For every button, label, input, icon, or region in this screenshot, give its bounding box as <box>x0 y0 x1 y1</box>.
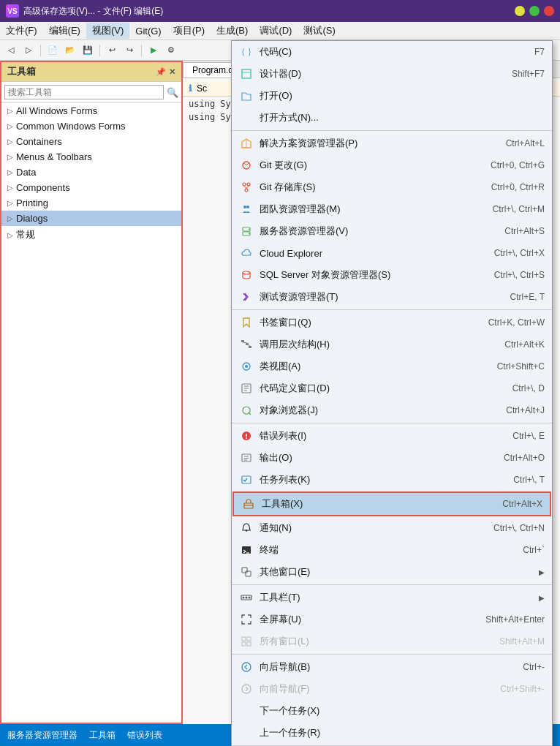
separator-3 <box>232 423 552 423</box>
menu-item-obj-browser[interactable]: 对象浏览器(J) Ctrl+Alt+J <box>232 399 552 421</box>
menu-item-test-shortcut: Ctrl+E, T <box>510 292 545 302</box>
svg-rect-15 <box>241 340 244 342</box>
menu-item-team-explorer[interactable]: 团队资源管理器(M) Ctrl+\, Ctrl+M <box>232 198 552 220</box>
menu-item-code-definition[interactable]: 代码定义窗口(D) Ctrl+\, D <box>232 377 552 399</box>
menu-item-other-windows[interactable]: 其他窗口(E) ▶ <box>232 561 552 583</box>
menu-item-git-changes[interactable]: Git 更改(G) Ctrl+0, Ctrl+G <box>232 154 552 176</box>
toolbar-open-btn[interactable]: 📂 <box>62 42 78 59</box>
menu-git[interactable]: Git(G) <box>129 24 167 38</box>
menu-item-notify[interactable]: 通知(N) Ctrl+\, Ctrl+N <box>232 517 552 539</box>
toolbar-undo-btn[interactable]: ↩ <box>104 42 120 59</box>
menu-item-sql-server[interactable]: SQL Server 对象资源管理器(S) Ctrl+\, Ctrl+S <box>232 264 552 286</box>
status-error-list[interactable]: 错误列表 <box>127 729 162 742</box>
toolbox-item-all-windows-forms[interactable]: ▷ All Windows Forms <box>1 103 181 118</box>
separator-5 <box>232 654 552 655</box>
menu-item-prev-task[interactable]: 上一个任务(R) <box>232 722 552 744</box>
toolbar-back-btn[interactable]: ◁ <box>3 42 19 59</box>
menu-item-cloud-shortcut: Ctrl+\, Ctrl+X <box>494 248 545 258</box>
toolbox-title: 工具箱 <box>7 65 36 78</box>
menu-item-bookmarks[interactable]: 书签窗口(Q) Ctrl+K, Ctrl+W <box>232 312 552 334</box>
menu-item-all-windows[interactable]: 所有窗口(L) Shift+Alt+M <box>232 630 552 652</box>
menu-item-nav-fwd[interactable]: 向前导航(F) Ctrl+Shift+- <box>232 678 552 700</box>
menu-build[interactable]: 生成(B) <box>211 23 254 39</box>
status-server-explorer[interactable]: 服务器资源管理器 <box>7 729 77 742</box>
menu-item-test-label: 测试资源管理器(T) <box>260 290 510 304</box>
menu-item-toolbar[interactable]: 工具栏(T) ▶ <box>232 587 552 609</box>
menu-item-toolbox-label: 工具箱(X) <box>262 497 502 510</box>
sql-server-icon <box>239 268 254 282</box>
toolbar-debug-start-btn[interactable]: ▶ <box>145 42 162 59</box>
window-title: 高级保存选项(V)... - 文件(F) 编辑(E) <box>23 5 515 18</box>
menu-item-call-hierarchy[interactable]: 调用层次结构(H) Ctrl+Alt+K <box>232 334 552 355</box>
toolbox-item-printing[interactable]: ▷ Printing <box>1 195 181 211</box>
menu-item-fullscreen[interactable]: 全屏幕(U) Shift+Alt+Enter <box>232 609 552 630</box>
toolbox-item-containers[interactable]: ▷ Containers <box>1 134 181 149</box>
svg-point-12 <box>249 229 250 230</box>
menu-item-next-task[interactable]: 下一个任务(X) <box>232 700 552 722</box>
toolbox-item-menus-toolbars[interactable]: ▷ Menus & Toolbars <box>1 149 181 165</box>
menu-file[interactable]: 文件(F) <box>0 23 43 39</box>
toolbox-item-common-windows-forms[interactable]: ▷ Common Windows Forms <box>1 118 181 134</box>
menu-view[interactable]: 视图(V) <box>86 23 129 39</box>
menu-item-task-list[interactable]: 任务列表(K) Ctrl+\, T <box>232 469 552 491</box>
menu-item-callhierarchy-label: 调用层次结构(H) <box>260 338 504 351</box>
toolbox-item-label: 常规 <box>16 228 35 241</box>
toolbar-sep-2 <box>99 45 100 56</box>
menu-item-designer[interactable]: 设计器(D) Shift+F7 <box>232 63 552 85</box>
bookmarks-icon <box>239 315 254 330</box>
toolbox-close-icon[interactable]: ✕ <box>169 67 175 77</box>
toolbar-redo-btn[interactable]: ↪ <box>121 42 137 59</box>
toolbox-pin-icon[interactable]: 📌 <box>156 67 166 77</box>
menu-item-toolbox[interactable]: 工具箱(X) Ctrl+Alt+X <box>232 491 551 516</box>
menu-item-toolbar-label: 工具栏(T) <box>260 591 536 604</box>
menu-item-open[interactable]: 打开(O) <box>232 85 552 107</box>
menu-edit[interactable]: 编辑(E) <box>43 23 86 39</box>
toolbox-item-components[interactable]: ▷ Components <box>1 180 181 195</box>
svg-line-19 <box>249 345 250 346</box>
menu-item-git-repo[interactable]: Git 存储库(S) Ctrl+0, Ctrl+R <box>232 176 552 198</box>
menu-item-nav-back[interactable]: 向后导航(B) Ctrl+- <box>232 656 552 678</box>
toolbox-item-label: Common Windows Forms <box>16 121 126 132</box>
menu-item-output[interactable]: 输出(O) Ctrl+Alt+O <box>232 447 552 469</box>
toolbar-new-btn[interactable]: 📄 <box>45 42 61 59</box>
menu-item-open-label: 打开(O) <box>260 89 545 102</box>
toolbar-save-btn[interactable]: 💾 <box>80 42 96 59</box>
minimize-button[interactable] <box>515 6 525 16</box>
menu-item-prevtask-label: 上一个任务(R) <box>260 726 545 739</box>
menu-item-callhierarchy-shortcut: Ctrl+Alt+K <box>504 339 545 350</box>
menu-test[interactable]: 测试(S) <box>298 23 341 39</box>
menu-item-git-changes-label: Git 更改(G) <box>260 159 491 172</box>
menu-item-class-view[interactable]: 类视图(A) Ctrl+Shift+C <box>232 355 552 377</box>
vs-logo-icon: VS <box>6 4 19 18</box>
menu-item-cloud-explorer[interactable]: Cloud Explorer Ctrl+\, Ctrl+X <box>232 242 552 264</box>
maximize-button[interactable] <box>529 6 540 16</box>
terminal-icon <box>239 543 254 557</box>
toolbox-item-label: Printing <box>16 197 48 208</box>
toolbox-search-input[interactable] <box>4 85 164 99</box>
menu-item-navfwd-shortcut: Ctrl+Shift+- <box>500 684 545 694</box>
menu-item-navback-shortcut: Ctrl+- <box>523 662 545 672</box>
output-icon <box>239 451 254 465</box>
toolbox-item-general[interactable]: ▷ 常规 <box>1 226 181 244</box>
menu-item-solution-explorer[interactable]: 解决方案资源管理器(P) Ctrl+Alt+L <box>232 132 552 154</box>
menu-item-error-list[interactable]: 错误列表(I) Ctrl+\, E <box>232 425 552 447</box>
separator-4 <box>232 584 552 585</box>
menu-item-server-explorer[interactable]: 服务器资源管理器(V) Ctrl+Alt+S <box>232 220 552 242</box>
menu-item-terminal[interactable]: 终端 Ctrl+` <box>232 539 552 561</box>
status-toolbox[interactable]: 工具箱 <box>89 729 116 742</box>
toolbox-item-dialogs[interactable]: ▷ Dialogs <box>1 211 181 226</box>
toolbar-debug-config-btn[interactable]: ⚙ <box>163 42 179 59</box>
menu-item-test-explorer[interactable]: 测试资源管理器(T) Ctrl+E, T <box>232 286 552 308</box>
menu-debug[interactable]: 调试(D) <box>254 23 298 39</box>
task-list-icon <box>239 472 254 487</box>
toolbox-item-data[interactable]: ▷ Data <box>1 165 181 180</box>
toolbox-item-label: Menus & Toolbars <box>16 151 92 162</box>
menu-item-code[interactable]: { } 代码(C) F7 <box>232 41 552 63</box>
menu-project[interactable]: 项目(P) <box>167 23 211 39</box>
next-task-icon <box>239 704 254 718</box>
close-button[interactable] <box>544 6 554 16</box>
svg-point-53 <box>242 685 251 693</box>
menu-item-open-with[interactable]: 打开方式(N)... <box>232 107 552 129</box>
toolbar-fwd-btn[interactable]: ▷ <box>20 42 37 59</box>
menu-item-otherwin-label: 其他窗口(E) <box>260 565 536 579</box>
